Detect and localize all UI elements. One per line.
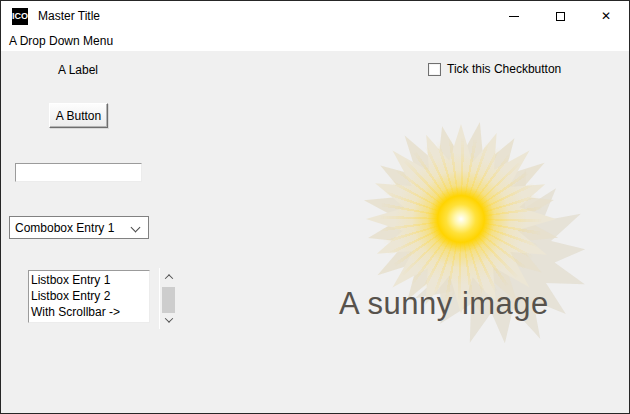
- chevron-down-icon: [131, 223, 141, 233]
- menu-item-dropdown[interactable]: A Drop Down Menu: [1, 32, 121, 52]
- combobox-value: Combobox Entry 1: [15, 221, 114, 235]
- minimize-button[interactable]: [491, 1, 537, 31]
- scrollbar-thumb[interactable]: [162, 287, 175, 313]
- window-title: Master Title: [38, 9, 100, 23]
- title-bar[interactable]: ICO Master Title ✕: [1, 1, 629, 31]
- list-item[interactable]: Listbox Entry 1: [31, 272, 149, 288]
- static-label: A Label: [58, 63, 98, 77]
- client-area: A Label A Button Combobox Entry 1 Listbo…: [1, 51, 629, 413]
- app-window: ICO Master Title ✕ A Drop Down Menu A La…: [0, 0, 630, 414]
- checkbox-box[interactable]: [428, 63, 441, 76]
- maximize-button[interactable]: [537, 1, 583, 31]
- sun-glow: [386, 144, 536, 294]
- window-controls: ✕: [491, 1, 629, 31]
- list-item[interactable]: Listbox Entry 2: [31, 288, 149, 304]
- minimize-icon: [509, 16, 519, 17]
- listbox[interactable]: Listbox Entry 1 Listbox Entry 2 With Scr…: [28, 270, 150, 323]
- checkbutton[interactable]: Tick this Checkbutton: [428, 62, 561, 76]
- close-button[interactable]: ✕: [583, 1, 629, 31]
- scroll-down-button[interactable]: [160, 313, 177, 327]
- combobox[interactable]: Combobox Entry 1: [9, 216, 149, 239]
- image-caption: A sunny image: [339, 286, 549, 322]
- a-button[interactable]: A Button: [49, 103, 108, 128]
- chevron-up-icon: [164, 274, 172, 282]
- menu-bar: A Drop Down Menu: [1, 31, 629, 51]
- list-item[interactable]: With Scrollbar ->: [31, 304, 149, 320]
- checkbox-label[interactable]: Tick this Checkbutton: [447, 62, 561, 76]
- close-icon: ✕: [601, 10, 611, 22]
- maximize-icon: [556, 12, 565, 21]
- text-entry[interactable]: [15, 163, 142, 182]
- vertical-scrollbar[interactable]: [159, 268, 177, 329]
- chevron-down-icon: [164, 314, 172, 322]
- sunny-image: A sunny image: [331, 116, 623, 364]
- scroll-up-button[interactable]: [160, 270, 177, 284]
- app-icon[interactable]: ICO: [10, 8, 30, 25]
